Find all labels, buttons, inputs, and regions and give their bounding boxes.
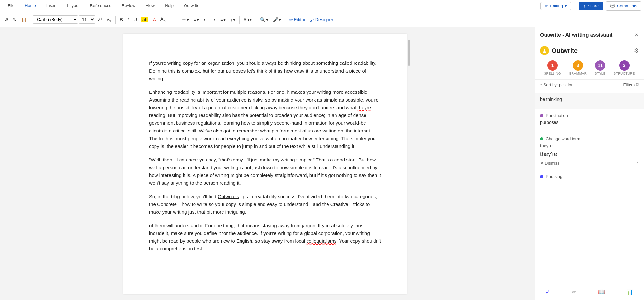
clipboard-button[interactable]: 📋 (19, 16, 29, 24)
undo-icon: ↺ (5, 17, 8, 22)
toolbar-separator-2 (115, 16, 116, 24)
suggestion-type-row-punctuation: Punctuation (540, 113, 639, 118)
document-area[interactable]: If you're writing copy for an organizati… (0, 27, 535, 300)
decrease-font-button[interactable]: A↓ (105, 15, 113, 24)
paragraph-3: "Well, then," I can hear you say, "that'… (149, 156, 381, 187)
stat-spelling[interactable]: 1 SPELLING (544, 60, 561, 75)
font-color-icon: A (153, 17, 156, 22)
line-spacing-icon: ↕ (230, 17, 232, 22)
tab-references[interactable]: References (85, 1, 116, 11)
editor-icon: ✏ (289, 17, 293, 22)
misspelled-word-theyre[interactable]: theyre (357, 105, 371, 110)
numbered-list-icon: ≡ (194, 17, 196, 22)
redo-button[interactable]: ↻ (11, 16, 19, 24)
tab-home[interactable]: Home (20, 1, 41, 11)
settings-icon[interactable]: ⚙ (634, 47, 639, 54)
bottom-tab-chart[interactable]: 📊 (622, 286, 637, 297)
font-selector[interactable]: Calibri (Body) (33, 15, 78, 24)
clear-format-button[interactable]: A× (158, 15, 167, 24)
share-button[interactable]: ↑ Share (579, 2, 603, 10)
undo-button[interactable]: ↺ (3, 16, 10, 24)
outwrite-link[interactable]: Outwrite's (218, 194, 239, 199)
change-word-type-label: Change word form (546, 136, 580, 141)
stat-structure[interactable]: 3 STRUCTURE (614, 60, 635, 75)
title-bar: File Home Insert Layout References Revie… (0, 0, 644, 12)
dismiss-button[interactable]: ✕ Dismiss (540, 161, 560, 166)
bullet-list-button[interactable]: ☰▾ (180, 16, 191, 24)
tab-file[interactable]: File (3, 1, 20, 11)
font-size-selector[interactable]: 11 (79, 15, 95, 24)
main-layout: If you're writing copy for an organizati… (0, 27, 644, 300)
line-spacing-button[interactable]: ↕▾ (228, 16, 237, 24)
highlight-button[interactable]: ab (139, 16, 150, 24)
stat-grammar[interactable]: 3 GRAMMAR (569, 60, 587, 75)
more-options-button[interactable]: ··· (336, 16, 344, 24)
paragraph-1: If you're writing copy for an organizati… (149, 59, 381, 82)
suggestions-list[interactable]: be thinking Punctuation purposes Change … (535, 90, 644, 284)
filter-icon: ⧉ (636, 82, 639, 87)
tab-view[interactable]: View (140, 1, 160, 11)
document-content: If you're writing copy for an organizati… (149, 59, 381, 253)
suggestion-punctuation[interactable]: Punctuation purposes (535, 109, 644, 132)
stat-style[interactable]: 11 STYLE (595, 60, 606, 75)
editor-button[interactable]: ✏ Editor (287, 16, 308, 24)
misspelled-word-colloquialisms[interactable]: colloquialisms (307, 238, 336, 244)
doc-scrollbar[interactable] (407, 34, 411, 294)
dictate-button[interactable]: 🎤▾ (271, 16, 283, 24)
decrease-indent-icon: ⇤ (204, 17, 207, 22)
punctuation-dot (540, 114, 543, 117)
grammar-label: GRAMMAR (569, 72, 587, 75)
close-small-icon: ✕ (540, 161, 544, 166)
highlight-icon: ab (141, 17, 148, 22)
numbered-list-button[interactable]: ≡▾ (192, 16, 201, 24)
decrease-indent-button[interactable]: ⇤ (202, 16, 209, 24)
align-button[interactable]: ≡▾ (218, 16, 228, 24)
sort-by[interactable]: ↕ Sort by: position (540, 82, 573, 87)
tab-insert[interactable]: Insert (41, 1, 62, 11)
outwrite-logo: Outwrite (540, 46, 578, 55)
pin-button[interactable]: 🏳 (634, 160, 639, 166)
paragraph-5: of them will understand it. For one thin… (149, 222, 381, 253)
panel-title: Outwrite - AI writing assistant (540, 32, 612, 38)
bottom-tab-check[interactable]: ✓ (542, 286, 554, 297)
grammar-badge: 3 (573, 60, 583, 71)
suggestion-type-row-change-word: Change word form (540, 136, 639, 141)
style-badge: 11 (595, 60, 605, 71)
editing-button[interactable]: ✏ Editing ▾ (540, 2, 571, 10)
comments-button[interactable]: 💬 Comments (606, 1, 641, 11)
tab-outwrite[interactable]: Outwrite (179, 1, 204, 11)
search-button[interactable]: 🔍▾ (258, 16, 270, 24)
share-icon: ↑ (583, 4, 586, 8)
pencil-icon: ✏ (545, 4, 548, 8)
increase-indent-button[interactable]: ⇥ (210, 16, 218, 24)
tab-review[interactable]: Review (117, 1, 141, 11)
increase-font-button[interactable]: A↑ (96, 15, 104, 24)
underline-button[interactable]: U (131, 15, 139, 24)
clear-format-icon: A× (160, 16, 166, 23)
tab-layout[interactable]: Layout (62, 1, 85, 11)
font-color-button[interactable]: A (151, 16, 158, 24)
suggestion-replacement-theyre: they're (540, 151, 639, 158)
check-icon: ✓ (545, 289, 550, 295)
bottom-tab-edit[interactable]: ✏ (568, 286, 580, 297)
toolbar-separator-6 (285, 16, 285, 24)
more-format-button[interactable]: ··· (168, 16, 176, 24)
style-label: STYLE (595, 72, 606, 75)
bold-button[interactable]: B (118, 15, 125, 24)
suggestion-be-thinking[interactable]: be thinking (535, 93, 644, 109)
clipboard-icon: 📋 (21, 17, 27, 22)
structure-label: STRUCTURE (614, 72, 635, 75)
italic-button[interactable]: I (126, 15, 131, 24)
suggestion-change-word[interactable]: Change word form theyre they're ✕ Dismis… (535, 132, 644, 170)
microphone-icon: 🎤 (273, 17, 278, 22)
styles-button[interactable]: Aa▾ (242, 16, 254, 24)
scroll-thumb[interactable] (408, 40, 410, 66)
close-panel-button[interactable]: ✕ (634, 32, 639, 39)
designer-button[interactable]: 🖌 Designer (308, 16, 335, 24)
filters-button[interactable]: Filters ⧉ (623, 82, 639, 87)
suggestion-phrasing[interactable]: Phrasing (535, 170, 644, 185)
redo-icon: ↻ (13, 17, 17, 22)
suggestion-actions: ✕ Dismiss 🏳 (540, 160, 639, 166)
tab-help[interactable]: Help (160, 1, 179, 11)
bottom-tab-book[interactable]: 📖 (594, 286, 609, 297)
